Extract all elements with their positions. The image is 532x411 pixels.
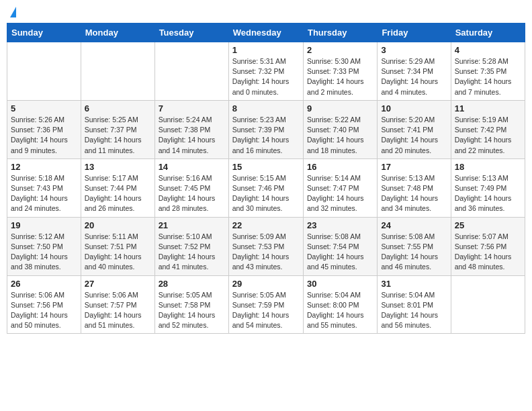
calendar-cell: 7Sunrise: 5:24 AMSunset: 7:38 PMDaylight…: [154, 100, 228, 158]
day-header-tuesday: Tuesday: [154, 24, 228, 42]
day-number: 20: [85, 220, 151, 230]
calendar-cell: 31Sunrise: 5:04 AMSunset: 8:01 PMDayligh…: [378, 275, 451, 334]
calendar-cell: 26Sunrise: 5:06 AMSunset: 7:56 PMDayligh…: [7, 275, 81, 334]
day-info: Sunrise: 5:05 AMSunset: 7:59 PMDaylight:…: [232, 290, 300, 331]
calendar-cell: 10Sunrise: 5:20 AMSunset: 7:41 PMDayligh…: [378, 100, 451, 158]
day-number: 11: [455, 103, 521, 113]
calendar-cell: 8Sunrise: 5:23 AMSunset: 7:39 PMDaylight…: [228, 100, 303, 158]
day-header-wednesday: Wednesday: [228, 24, 303, 42]
day-number: 10: [381, 103, 447, 113]
day-info: Sunrise: 5:13 AMSunset: 7:49 PMDaylight:…: [455, 173, 521, 214]
day-number: 21: [159, 220, 225, 230]
day-info: Sunrise: 5:25 AMSunset: 7:37 PMDaylight:…: [85, 115, 151, 156]
day-number: 6: [85, 103, 151, 113]
day-info: Sunrise: 5:29 AMSunset: 7:34 PMDaylight:…: [381, 56, 447, 97]
calendar-cell: [7, 42, 81, 101]
calendar-cell: 22Sunrise: 5:09 AMSunset: 7:53 PMDayligh…: [228, 217, 303, 275]
day-header-monday: Monday: [81, 24, 154, 42]
day-info: Sunrise: 5:08 AMSunset: 7:55 PMDaylight:…: [381, 232, 447, 273]
day-number: 9: [307, 103, 373, 113]
day-number: 8: [232, 103, 300, 113]
day-number: 28: [159, 279, 225, 289]
calendar-cell: 25Sunrise: 5:07 AMSunset: 7:56 PMDayligh…: [451, 217, 525, 275]
day-number: 17: [381, 162, 447, 172]
day-info: Sunrise: 5:16 AMSunset: 7:45 PMDaylight:…: [159, 173, 225, 214]
calendar-cell: 9Sunrise: 5:22 AMSunset: 7:40 PMDaylight…: [303, 100, 377, 158]
day-number: 22: [232, 220, 300, 230]
day-number: 4: [455, 45, 521, 55]
day-header-thursday: Thursday: [303, 24, 377, 42]
day-info: Sunrise: 5:19 AMSunset: 7:42 PMDaylight:…: [455, 115, 521, 156]
day-info: Sunrise: 5:04 AMSunset: 8:01 PMDaylight:…: [381, 290, 447, 331]
calendar-cell: 16Sunrise: 5:14 AMSunset: 7:47 PMDayligh…: [303, 158, 377, 217]
calendar-cell: 14Sunrise: 5:16 AMSunset: 7:45 PMDayligh…: [154, 158, 228, 217]
day-info: Sunrise: 5:24 AMSunset: 7:38 PMDaylight:…: [159, 115, 225, 156]
page-header: [7, 7, 525, 17]
day-number: 31: [381, 279, 447, 289]
day-number: 26: [11, 279, 77, 289]
day-info: Sunrise: 5:04 AMSunset: 8:00 PMDaylight:…: [307, 290, 373, 331]
calendar-cell: 30Sunrise: 5:04 AMSunset: 8:00 PMDayligh…: [303, 275, 377, 334]
day-number: 24: [381, 220, 447, 230]
day-number: 30: [307, 279, 373, 289]
day-header-sunday: Sunday: [7, 24, 81, 42]
calendar-cell: 6Sunrise: 5:25 AMSunset: 7:37 PMDaylight…: [81, 100, 154, 158]
calendar-cell: 3Sunrise: 5:29 AMSunset: 7:34 PMDaylight…: [378, 42, 451, 101]
calendar-cell: [451, 275, 525, 334]
day-info: Sunrise: 5:06 AMSunset: 7:56 PMDaylight:…: [11, 290, 77, 331]
day-header-friday: Friday: [378, 24, 451, 42]
day-header-saturday: Saturday: [451, 24, 525, 42]
calendar-cell: 19Sunrise: 5:12 AMSunset: 7:50 PMDayligh…: [7, 217, 81, 275]
calendar-cell: 11Sunrise: 5:19 AMSunset: 7:42 PMDayligh…: [451, 100, 525, 158]
day-info: Sunrise: 5:08 AMSunset: 7:54 PMDaylight:…: [307, 232, 373, 273]
calendar-cell: 21Sunrise: 5:10 AMSunset: 7:52 PMDayligh…: [154, 217, 228, 275]
calendar-cell: 24Sunrise: 5:08 AMSunset: 7:55 PMDayligh…: [378, 217, 451, 275]
day-info: Sunrise: 5:28 AMSunset: 7:35 PMDaylight:…: [455, 56, 521, 97]
day-number: 16: [307, 162, 373, 172]
day-info: Sunrise: 5:11 AMSunset: 7:51 PMDaylight:…: [85, 232, 151, 273]
day-number: 5: [11, 103, 77, 113]
calendar-cell: 29Sunrise: 5:05 AMSunset: 7:59 PMDayligh…: [228, 275, 303, 334]
day-info: Sunrise: 5:05 AMSunset: 7:58 PMDaylight:…: [159, 290, 225, 331]
day-number: 7: [159, 103, 225, 113]
day-number: 13: [85, 162, 151, 172]
day-number: 25: [455, 220, 521, 230]
day-info: Sunrise: 5:23 AMSunset: 7:39 PMDaylight:…: [232, 115, 300, 156]
calendar-cell: 15Sunrise: 5:15 AMSunset: 7:46 PMDayligh…: [228, 158, 303, 217]
day-info: Sunrise: 5:14 AMSunset: 7:47 PMDaylight:…: [307, 173, 373, 214]
calendar-table: SundayMondayTuesdayWednesdayThursdayFrid…: [7, 23, 525, 334]
day-info: Sunrise: 5:06 AMSunset: 7:57 PMDaylight:…: [85, 290, 151, 331]
day-info: Sunrise: 5:20 AMSunset: 7:41 PMDaylight:…: [381, 115, 447, 156]
calendar-cell: 5Sunrise: 5:26 AMSunset: 7:36 PMDaylight…: [7, 100, 81, 158]
day-number: 2: [307, 45, 373, 55]
calendar-cell: 17Sunrise: 5:13 AMSunset: 7:48 PMDayligh…: [378, 158, 451, 217]
calendar-cell: 27Sunrise: 5:06 AMSunset: 7:57 PMDayligh…: [81, 275, 154, 334]
day-number: 18: [455, 162, 521, 172]
logo-triangle-icon: [10, 7, 16, 17]
day-info: Sunrise: 5:15 AMSunset: 7:46 PMDaylight:…: [232, 173, 300, 214]
day-number: 3: [381, 45, 447, 55]
day-number: 12: [11, 162, 77, 172]
calendar-cell: 1Sunrise: 5:31 AMSunset: 7:32 PMDaylight…: [228, 42, 303, 101]
day-number: 23: [307, 220, 373, 230]
day-info: Sunrise: 5:18 AMSunset: 7:43 PMDaylight:…: [11, 173, 77, 214]
calendar-cell: 4Sunrise: 5:28 AMSunset: 7:35 PMDaylight…: [451, 42, 525, 101]
logo: [9, 7, 16, 17]
day-info: Sunrise: 5:22 AMSunset: 7:40 PMDaylight:…: [307, 115, 373, 156]
calendar-cell: 28Sunrise: 5:05 AMSunset: 7:58 PMDayligh…: [154, 275, 228, 334]
day-info: Sunrise: 5:17 AMSunset: 7:44 PMDaylight:…: [85, 173, 151, 214]
day-number: 27: [85, 279, 151, 289]
calendar-cell: 2Sunrise: 5:30 AMSunset: 7:33 PMDaylight…: [303, 42, 377, 101]
day-info: Sunrise: 5:09 AMSunset: 7:53 PMDaylight:…: [232, 232, 300, 273]
day-info: Sunrise: 5:12 AMSunset: 7:50 PMDaylight:…: [11, 232, 77, 273]
day-number: 1: [232, 45, 300, 55]
day-info: Sunrise: 5:26 AMSunset: 7:36 PMDaylight:…: [11, 115, 77, 156]
day-number: 29: [232, 279, 300, 289]
day-info: Sunrise: 5:13 AMSunset: 7:48 PMDaylight:…: [381, 173, 447, 214]
calendar-cell: 18Sunrise: 5:13 AMSunset: 7:49 PMDayligh…: [451, 158, 525, 217]
day-number: 14: [159, 162, 225, 172]
calendar-cell: 13Sunrise: 5:17 AMSunset: 7:44 PMDayligh…: [81, 158, 154, 217]
day-info: Sunrise: 5:30 AMSunset: 7:33 PMDaylight:…: [307, 56, 373, 97]
calendar-cell: [154, 42, 228, 101]
calendar-cell: 23Sunrise: 5:08 AMSunset: 7:54 PMDayligh…: [303, 217, 377, 275]
